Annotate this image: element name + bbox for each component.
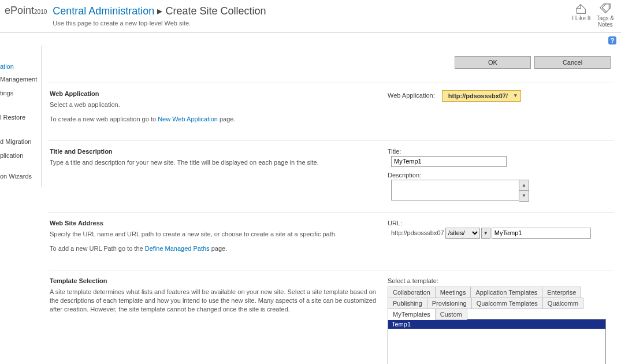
section-left: Web Application Select a web application… xyxy=(50,90,388,130)
section-desc: To add a new URL Path go to the Define M… xyxy=(50,244,376,253)
title-label: Title: xyxy=(388,148,611,155)
breadcrumb: Central Administration ▸ Create Site Col… xyxy=(53,5,572,17)
webapp-row: Web Application: http://pdsosssbx07/ xyxy=(388,90,611,102)
section-title: Web Application xyxy=(50,90,376,97)
like-label: I Like It xyxy=(572,15,590,21)
url-prefix: http://pdsosssbx07 xyxy=(391,229,444,236)
section-left: Title and Description Type a title and d… xyxy=(50,148,388,202)
page-subtitle: Use this page to create a new top-level … xyxy=(53,20,572,27)
section-left: Web Site Address Specify the URL name an… xyxy=(50,220,388,259)
template-tab[interactable]: Application Templates xyxy=(470,287,542,298)
ok-button[interactable]: OK xyxy=(455,56,531,69)
new-web-app-link[interactable]: New Web Application xyxy=(158,116,218,122)
template-list[interactable]: Temp1 xyxy=(388,319,606,364)
description-area: ▲ ▼ xyxy=(391,180,611,202)
section-desc: Specify the URL name and URL path to cre… xyxy=(50,230,376,239)
cancel-button[interactable]: Cancel xyxy=(534,56,611,69)
sidebar: ation Management tings l Restore d Migra… xyxy=(0,46,42,187)
template-tab[interactable]: Enterprise xyxy=(542,287,581,298)
template-tab[interactable]: Publishing xyxy=(388,298,427,309)
section-web-site-address: Web Site Address Specify the URL name an… xyxy=(49,212,614,270)
template-item-selected[interactable]: Temp1 xyxy=(388,320,605,329)
section-desc: A site template determines what lists an… xyxy=(50,288,376,314)
scroll-down-icon[interactable]: ▼ xyxy=(519,191,529,201)
main-area: ation Management tings l Restore d Migra… xyxy=(0,46,621,364)
sidebar-heading[interactable]: ation xyxy=(0,62,41,73)
webapp-label: Web Application: xyxy=(388,92,435,99)
tags-notes-button[interactable]: Tags & Notes xyxy=(596,2,614,28)
template-tabs: Collaboration Meetings Application Templ… xyxy=(388,287,607,320)
tags-icon xyxy=(599,2,612,15)
sidebar-item[interactable]: Management xyxy=(0,73,41,87)
logo-text: ePoint xyxy=(5,5,34,16)
section-right: Select a template: Collaboration Meeting… xyxy=(388,277,611,364)
like-button[interactable]: I Like It xyxy=(572,2,590,28)
template-tab[interactable]: Provisioning xyxy=(427,298,472,309)
section-web-application: Web Application Select a web application… xyxy=(49,83,614,140)
section-title: Web Site Address xyxy=(50,220,376,226)
managed-paths-link[interactable]: Define Managed Paths xyxy=(145,245,210,252)
section-desc: Type a title and description for your ne… xyxy=(50,158,376,167)
breadcrumb-area: Central Administration ▸ Create Site Col… xyxy=(47,2,572,28)
description-label: Description: xyxy=(388,172,611,179)
template-tab[interactable]: Qualcomm Templates xyxy=(471,298,543,309)
template-tab-active[interactable]: MyTemplates xyxy=(388,309,436,320)
url-path-select[interactable]: /sites/ xyxy=(445,228,480,239)
help-row: ? xyxy=(0,33,621,46)
section-template-selection: Template Selection A site template deter… xyxy=(49,270,614,364)
description-textarea[interactable] xyxy=(391,180,519,200)
sidebar-item[interactable]: d Migration xyxy=(0,136,41,150)
dropdown-button-icon[interactable]: ▼ xyxy=(481,228,490,239)
webapp-dropdown[interactable]: http://pdsosssbx07/ xyxy=(442,90,521,102)
text: page. xyxy=(218,116,236,122)
content: OK Cancel Web Application Select a web a… xyxy=(42,46,621,364)
section-title: Title and Description xyxy=(50,148,376,155)
help-icon[interactable]: ? xyxy=(608,36,616,44)
text: To create a new web application go to xyxy=(50,116,158,122)
section-desc: To create a new web application go to Ne… xyxy=(50,115,376,124)
template-tab[interactable]: Custom xyxy=(435,309,467,320)
breadcrumb-sep: ▸ xyxy=(154,5,165,17)
breadcrumb-current: Create Site Collection xyxy=(165,5,266,17)
section-title: Template Selection xyxy=(50,277,376,284)
template-tab[interactable]: Meetings xyxy=(435,287,471,298)
button-row: OK Cancel xyxy=(49,56,614,69)
section-right: Title: Description: ▲ ▼ xyxy=(388,148,611,202)
title-input[interactable] xyxy=(391,156,507,167)
textarea-scroll: ▲ ▼ xyxy=(519,180,529,202)
sidebar-item[interactable]: plication xyxy=(0,150,41,164)
logo-year: 2010 xyxy=(34,9,47,15)
text: To add a new URL Path go to the xyxy=(50,245,145,252)
section-right: URL: http://pdsosssbx07 /sites/ ▼ xyxy=(388,220,611,259)
logo: ePoint2010 xyxy=(5,2,47,28)
template-tab[interactable]: Qualcomm xyxy=(542,298,583,309)
text: page. xyxy=(210,245,228,252)
tag-like-icon xyxy=(575,2,587,15)
url-label: URL: xyxy=(388,220,611,226)
top-bar: ePoint2010 Central Administration ▸ Crea… xyxy=(0,0,621,33)
sidebar-item[interactable]: tings xyxy=(0,87,41,101)
tags-label: Tags & Notes xyxy=(596,15,614,28)
url-row: http://pdsosssbx07 /sites/ ▼ xyxy=(391,228,611,239)
section-right: Web Application: http://pdsosssbx07/ xyxy=(388,90,611,130)
header-actions: I Like It Tags & Notes xyxy=(572,2,616,28)
select-template-label: Select a template: xyxy=(388,277,611,284)
section-desc: Select a web application. xyxy=(50,101,376,109)
section-title-description: Title and Description Type a title and d… xyxy=(49,140,614,212)
sidebar-item[interactable]: l Restore xyxy=(0,112,41,125)
template-tab[interactable]: Collaboration xyxy=(388,287,436,298)
breadcrumb-parent-link[interactable]: Central Administration xyxy=(53,5,154,17)
section-left: Template Selection A site template deter… xyxy=(50,277,388,364)
scroll-up-icon[interactable]: ▲ xyxy=(519,180,529,191)
sidebar-item[interactable]: on Wizards xyxy=(0,170,41,184)
url-input[interactable] xyxy=(492,228,591,239)
